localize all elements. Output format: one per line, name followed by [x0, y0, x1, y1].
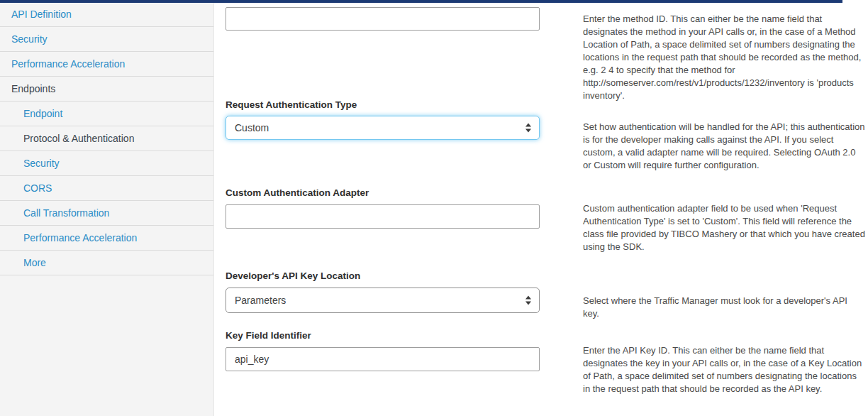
- developers-api-key-location-value: Parameters: [235, 295, 286, 306]
- sidebar-item-endpoint-security[interactable]: Security: [0, 151, 213, 176]
- developers-api-key-location-select[interactable]: Parameters: [226, 288, 540, 313]
- top-navy-rule: [0, 0, 842, 3]
- key-field-identifier-label: Key Field Identifier: [226, 330, 540, 341]
- sidebar-item-call-transformation[interactable]: Call Transformation: [0, 201, 213, 226]
- request-authentication-type-help-text: Set how authentication will be handled f…: [583, 121, 865, 172]
- sidebar-item-protocol-authentication[interactable]: Protocol & Authentication: [0, 126, 213, 151]
- method-id-help-text: Enter the method ID. This can either be …: [583, 13, 865, 102]
- custom-authentication-adapter-input[interactable]: [226, 204, 540, 229]
- sidebar-item-cors[interactable]: CORS: [0, 176, 213, 201]
- settings-sidebar: API Definition Security Performance Acce…: [0, 0, 214, 416]
- sidebar-item-security[interactable]: Security: [0, 27, 213, 52]
- custom-authentication-adapter-label: Custom Authentication Adapter: [226, 187, 540, 198]
- key-field-identifier-help-text: Enter the API Key ID. This can either be…: [583, 344, 865, 395]
- sidebar-item-endpoints[interactable]: Endpoints: [0, 77, 213, 102]
- developers-api-key-location-help-text: Select where the Traffic Manager must lo…: [583, 295, 865, 320]
- request-authentication-type-select[interactable]: Custom: [226, 116, 540, 140]
- sidebar-nav-list: API Definition Security Performance Acce…: [0, 2, 213, 275]
- developers-api-key-location-label: Developer's API Key Location: [226, 270, 540, 281]
- key-field-identifier-input[interactable]: [226, 347, 540, 371]
- select-spinner-icon: [525, 124, 531, 133]
- endpoint-settings-page: API Definition Security Performance Acce…: [0, 0, 868, 416]
- sidebar-item-performance-acceleration[interactable]: Performance Acceleration: [0, 52, 213, 77]
- request-authentication-type-label: Request Authentication Type: [226, 99, 540, 110]
- method-id-input[interactable]: [226, 7, 540, 31]
- sidebar-item-endpoint[interactable]: Endpoint: [0, 102, 213, 126]
- sidebar-item-more[interactable]: More: [0, 251, 213, 275]
- sidebar-item-endpoint-performance-acceleration[interactable]: Performance Acceleration: [0, 226, 213, 251]
- custom-authentication-adapter-help-text: Custom authentication adapter field to b…: [583, 202, 865, 253]
- sidebar-item-api-definition[interactable]: API Definition: [0, 2, 213, 27]
- request-authentication-type-value: Custom: [235, 122, 269, 133]
- select-spinner-icon: [525, 296, 531, 305]
